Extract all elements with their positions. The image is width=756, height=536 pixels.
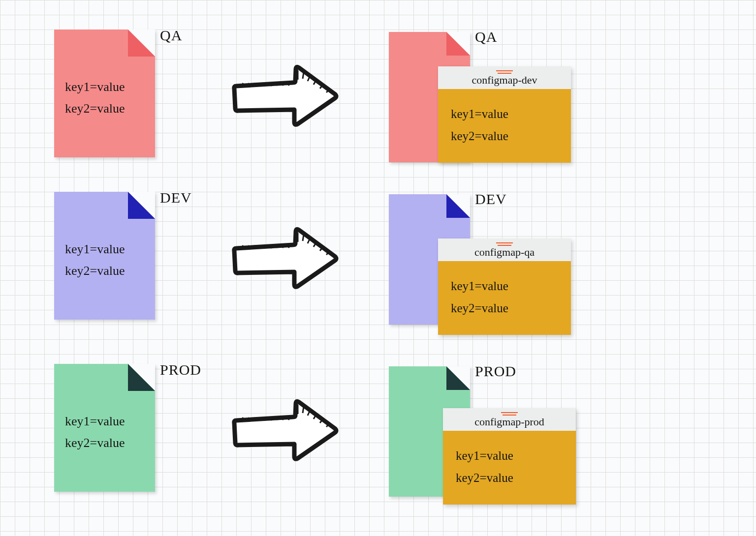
configmap-title: configmap-qa xyxy=(474,246,535,259)
source-file-contents: key1=value key2=value xyxy=(65,76,125,119)
kv-line: key2=value xyxy=(65,98,125,119)
source-file-prod: key1=value key2=value xyxy=(54,364,155,492)
source-file-dev: key1=value key2=value xyxy=(54,192,155,320)
configmap-card-qa: configmap-dev key1=value key2=value xyxy=(438,66,571,163)
source-file-contents: key1=value key2=value xyxy=(65,411,125,454)
kv-line: key2=value xyxy=(451,125,562,147)
configmap-title: configmap-dev xyxy=(472,74,537,87)
env-label-left: QA xyxy=(160,27,182,44)
kv-line: key1=value xyxy=(451,275,562,297)
configmap-titlebar: configmap-dev xyxy=(438,66,571,89)
handle-icon xyxy=(496,242,513,246)
transform-arrow-icon xyxy=(231,221,340,295)
kv-line: key2=value xyxy=(65,432,125,454)
source-file-qa: key1=value key2=value xyxy=(54,30,155,157)
dogear-icon xyxy=(128,364,155,391)
configmap-title: configmap-prod xyxy=(474,416,544,428)
dogear-icon xyxy=(446,366,470,390)
handle-icon xyxy=(496,70,513,74)
env-label-left: PROD xyxy=(160,361,201,378)
configmap-body: key1=value key2=value xyxy=(443,431,576,505)
kv-line: key1=value xyxy=(65,76,125,98)
configmap-titlebar: configmap-prod xyxy=(443,408,576,431)
transform-arrow-icon xyxy=(231,59,340,133)
dogear-icon xyxy=(446,194,470,218)
configmap-body: key1=value key2=value xyxy=(438,261,571,335)
dogear-icon xyxy=(128,30,155,57)
configmap-titlebar: configmap-qa xyxy=(438,238,571,261)
configmap-body: key1=value key2=value xyxy=(438,89,571,163)
kv-line: key2=value xyxy=(65,260,125,282)
env-label-right: PROD xyxy=(475,363,516,380)
dogear-icon xyxy=(446,32,470,56)
source-file-contents: key1=value key2=value xyxy=(65,238,125,282)
env-label-right: QA xyxy=(475,29,497,45)
kv-line: key1=value xyxy=(451,103,562,125)
kv-line: key2=value xyxy=(451,297,562,319)
kv-line: key1=value xyxy=(65,238,125,260)
kv-line: key1=value xyxy=(456,445,567,467)
configmap-card-prod: configmap-prod key1=value key2=value xyxy=(443,408,576,505)
env-label-right: DEV xyxy=(475,191,507,208)
kv-line: key1=value xyxy=(65,411,125,432)
configmap-card-dev: configmap-qa key1=value key2=value xyxy=(438,238,571,335)
kv-line: key2=value xyxy=(456,467,567,489)
dogear-icon xyxy=(128,192,155,219)
handle-icon xyxy=(501,412,518,416)
transform-arrow-icon xyxy=(231,393,340,467)
env-label-left: DEV xyxy=(160,189,192,206)
